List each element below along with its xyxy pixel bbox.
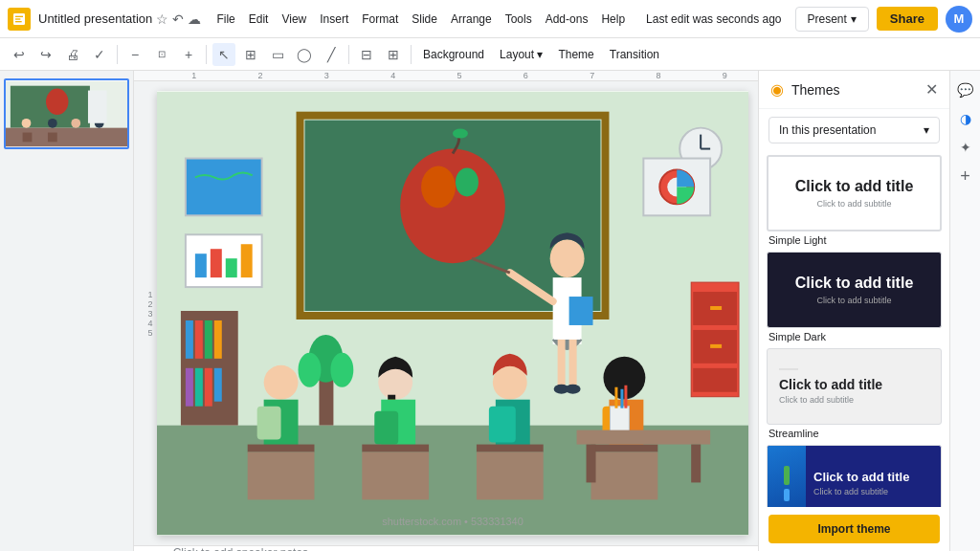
zoom-in-button[interactable]: +: [177, 43, 200, 66]
menu-insert[interactable]: Insert: [314, 11, 354, 28]
chat-icon[interactable]: 💬: [954, 78, 977, 101]
themes-title: Themes: [791, 82, 918, 98]
present-label: Present: [808, 12, 847, 26]
svg-rect-45: [205, 320, 212, 359]
star-icon[interactable]: ☆: [156, 11, 168, 27]
svg-rect-27: [186, 159, 262, 216]
svg-rect-91: [620, 389, 623, 408]
import-theme-button[interactable]: Import theme: [768, 515, 940, 543]
menu-file[interactable]: File: [211, 11, 240, 28]
present-button[interactable]: Present ▾: [795, 7, 869, 32]
themes-section-dropdown[interactable]: In this presentation ▾: [768, 117, 940, 143]
svg-point-23: [453, 129, 468, 139]
align-left[interactable]: ⊟: [355, 43, 378, 66]
svg-rect-94: [587, 445, 596, 483]
themes-chevron-down: ▾: [924, 123, 929, 137]
doc-title: Untitled presentation ☆ ↶ ☁: [38, 11, 203, 27]
svg-rect-43: [186, 320, 193, 359]
title-area: Untitled presentation ☆ ↶ ☁: [38, 11, 203, 27]
sep-4: [411, 45, 412, 64]
speaker-notes[interactable]: · · · Click to add speaker notes: [134, 545, 758, 551]
theme-item-streamline[interactable]: Click to add title Click to add subtitle…: [767, 348, 942, 439]
background-button[interactable]: Background: [417, 46, 490, 63]
doc-title-text[interactable]: Untitled presentation: [38, 11, 152, 26]
svg-rect-77: [362, 452, 429, 500]
svg-rect-13: [23, 133, 33, 143]
slide-canvas[interactable]: shutterstock.com • 533331340: [157, 91, 748, 536]
layout-button[interactable]: Layout ▾: [494, 46, 548, 63]
avatar[interactable]: M: [946, 6, 972, 33]
speaker-notes-placeholder[interactable]: Click to add speaker notes: [173, 546, 308, 551]
theme-item-simple-light[interactable]: Click to add title Click to add subtitle…: [767, 155, 942, 246]
menu-bar: File Edit View Insert Format Slide Arran…: [211, 8, 787, 31]
menu-format[interactable]: Format: [356, 11, 404, 28]
svg-rect-41: [710, 344, 722, 348]
theme-item-dark-blue[interactable]: Click to add title Click to add subtitle: [767, 445, 942, 507]
svg-rect-58: [569, 340, 577, 387]
history-icon[interactable]: ↶: [172, 11, 184, 27]
main-area: 1: [0, 71, 980, 551]
sep-3: [348, 45, 349, 64]
zoom-out-button[interactable]: −: [123, 43, 146, 66]
app-icon: [8, 8, 31, 31]
theme-name-simple-dark: Simple Dark: [767, 331, 942, 342]
menu-help[interactable]: Help: [595, 11, 631, 28]
cursor-tool[interactable]: ↖: [212, 43, 235, 66]
svg-rect-82: [477, 452, 544, 500]
svg-rect-95: [691, 445, 701, 483]
svg-rect-67: [248, 445, 315, 452]
shapes-tool[interactable]: ◯: [293, 43, 316, 66]
svg-rect-44: [195, 320, 203, 359]
theme-button[interactable]: Theme: [552, 46, 599, 63]
menu-edit[interactable]: Edit: [243, 11, 275, 28]
align-right[interactable]: ⊞: [382, 43, 405, 66]
svg-point-6: [46, 89, 68, 115]
menu-view[interactable]: View: [276, 11, 312, 28]
svg-point-60: [566, 385, 581, 394]
undo-button[interactable]: ↩: [8, 43, 31, 66]
svg-rect-40: [710, 306, 722, 310]
menu-tools[interactable]: Tools: [500, 11, 538, 28]
theme-name-simple-light: Simple Light: [767, 234, 942, 246]
share-button[interactable]: Share: [877, 7, 938, 31]
svg-point-20: [400, 149, 505, 264]
svg-point-9: [48, 119, 57, 128]
svg-rect-68: [248, 452, 315, 500]
add-icon[interactable]: +: [954, 165, 977, 187]
svg-rect-80: [489, 407, 516, 443]
themes-header: ◉ Themes ✕: [759, 71, 949, 109]
redo-button[interactable]: ↪: [34, 43, 57, 66]
menu-addons[interactable]: Add-ons: [540, 11, 594, 28]
themes-panel: ◉ Themes ✕ In this presentation ▾ Click …: [758, 71, 949, 551]
svg-rect-75: [374, 411, 398, 445]
svg-rect-88: [591, 452, 658, 500]
svg-rect-14: [48, 133, 57, 143]
svg-rect-12: [88, 91, 107, 123]
svg-rect-57: [558, 340, 566, 387]
svg-point-64: [264, 365, 299, 400]
present-chevron: ▾: [851, 12, 857, 26]
print-button[interactable]: 🖨: [61, 43, 84, 66]
svg-point-55: [550, 239, 585, 277]
svg-rect-93: [577, 430, 711, 445]
text-tool[interactable]: ⊞: [239, 43, 262, 66]
cloud-icon[interactable]: ☁: [188, 11, 201, 27]
svg-rect-48: [195, 368, 203, 407]
svg-point-8: [22, 119, 32, 128]
themes-close-button[interactable]: ✕: [925, 80, 938, 99]
slide-thumbnail-1[interactable]: 1: [4, 78, 129, 149]
fit-button[interactable]: ⊡: [150, 43, 173, 66]
theme-item-simple-dark[interactable]: Click to add title Click to add subtitle…: [767, 252, 942, 342]
svg-rect-39: [693, 368, 737, 392]
line-tool[interactable]: ╱: [320, 43, 343, 66]
slide-preview-1: [6, 80, 127, 147]
themes-toggle-icon[interactable]: ◑: [954, 107, 977, 130]
transition-button[interactable]: Transition: [604, 46, 665, 63]
menu-slide[interactable]: Slide: [406, 11, 443, 28]
spell-check-button[interactable]: ✓: [88, 43, 111, 66]
toolbar: ↩ ↪ 🖨 ✓ − ⊡ + ↖ ⊞ ▭ ◯ ╱ ⊟ ⊞ Background L…: [0, 38, 980, 71]
menu-arrange[interactable]: Arrange: [445, 11, 498, 28]
image-tool[interactable]: ▭: [266, 43, 289, 66]
svg-point-22: [456, 167, 479, 196]
explore-icon[interactable]: ✦: [954, 136, 977, 159]
